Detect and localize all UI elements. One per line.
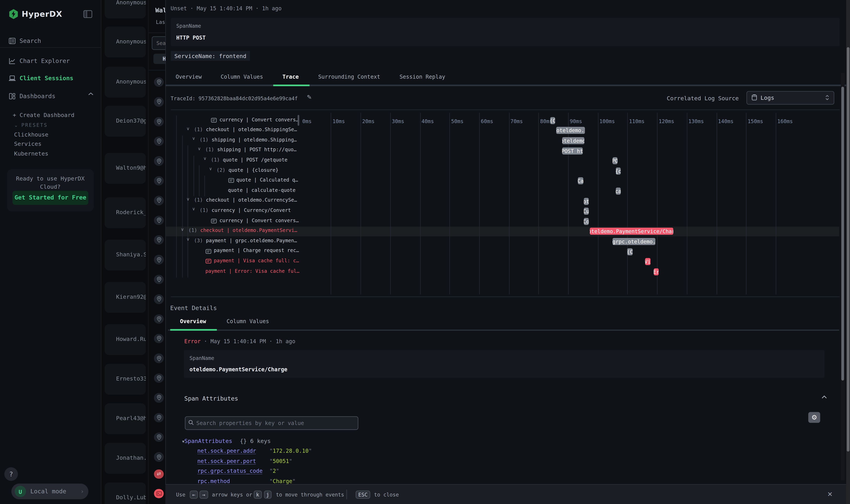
session-event-pin-icon[interactable] — [154, 413, 164, 422]
attribute-value[interactable]: "50051" — [269, 458, 292, 464]
session-list-item[interactable]: Anonymous — [105, 0, 146, 18]
trace-tree-row[interactable]: ∨(1)shipping | oteldemo.Shipping… — [166, 136, 300, 146]
trace-tree-row[interactable]: ∨(1)checkout | oteldemo.PaymentServi… — [166, 227, 300, 236]
session-list-item[interactable]: Pearl43@ho — [105, 403, 146, 434]
session-list-item[interactable]: Anonymous — [105, 26, 146, 57]
sidebar-item-client-sessions[interactable]: Client Sessions — [0, 71, 101, 85]
trace-tree-row[interactable]: ∨(1)currency | Currency/Convert — [166, 206, 300, 216]
event-tab-overview[interactable]: Overview — [180, 318, 206, 324]
preset-services[interactable]: Services — [14, 140, 115, 147]
preset-kubernetes[interactable]: Kubernetes — [14, 150, 115, 156]
span-duration-bar[interactable]: Er — [654, 268, 659, 275]
trace-tree-row[interactable]: currency | Convert convers… — [166, 216, 300, 227]
session-event-pin-icon[interactable] — [154, 97, 164, 107]
chevron-down-icon[interactable]: ∨ — [181, 227, 184, 232]
trace-tree-row[interactable]: payment | Visa cache full: c… — [166, 256, 300, 267]
collapse-section-icon[interactable] — [821, 395, 827, 399]
session-list-item[interactable]: Shaniya.So — [105, 239, 146, 270]
session-list-item[interactable]: Dolly.Lubo — [105, 482, 146, 504]
presets-toggle[interactable]: ⌄ PRESETS — [14, 121, 115, 128]
session-event-pin-icon[interactable] — [154, 314, 164, 324]
preset-clickhouse[interactable]: Clickhouse — [14, 131, 115, 138]
span-duration-bar[interactable]: {c — [616, 167, 620, 174]
attribute-key[interactable]: rpc.grpc.status_code — [197, 468, 263, 474]
session-event-pin-icon[interactable] — [154, 176, 164, 185]
attribute-key[interactable]: rpc.method — [197, 478, 230, 484]
help-button[interactable]: ? — [4, 467, 18, 481]
session-list-item[interactable]: Roderick_S — [105, 197, 146, 228]
sidebar-item-dashboards[interactable]: Dashboards — [0, 89, 101, 103]
session-list-item[interactable]: Deion37@gm — [105, 106, 146, 137]
session-list-item[interactable]: Kieran92@h — [105, 282, 146, 312]
attribute-value[interactable]: "172.28.0.10" — [269, 448, 312, 454]
span-duration-bar[interactable]: ot — [584, 198, 589, 204]
trace-tree-row[interactable]: ∨(3)payment | grpc.oteldemo.Paymen… — [166, 236, 300, 247]
service-name-chip[interactable]: ServiceName: frontend — [170, 51, 250, 60]
span-duration-bar[interactable]: Ca — [578, 178, 583, 184]
attributes-search-input[interactable] — [185, 416, 358, 430]
session-list-item[interactable]: Walton9@ho — [105, 152, 146, 183]
chevron-down-icon[interactable]: ∨ — [186, 237, 189, 242]
chevron-down-icon[interactable]: ∨ — [209, 166, 212, 171]
trace-tree-row[interactable]: ∨(1)quote | POST /getquote — [166, 156, 300, 166]
session-list-item[interactable]: Anonymous — [105, 67, 146, 97]
session-event-pin-icon[interactable] — [154, 117, 164, 126]
span-duration-bar[interactable]: (C — [550, 117, 555, 124]
chevron-down-icon[interactable]: ∨ — [186, 197, 189, 202]
session-event-pin-icon[interactable] — [154, 216, 164, 225]
span-duration-bar[interactable]: oteldemo — [562, 137, 584, 144]
session-event-pin-icon[interactable] — [154, 373, 164, 383]
trace-tree-row[interactable]: payment | Error: Visa cache ful… — [166, 267, 300, 277]
span-duration-bar[interactable]: POST ht — [562, 147, 583, 154]
tab-session-replay[interactable]: Session Replay — [400, 73, 445, 79]
trace-tree-row[interactable]: ∨(1)shipping | POST http://quo… — [166, 146, 300, 156]
chevron-down-icon[interactable]: ∨ — [186, 126, 189, 131]
attribute-value[interactable]: "2" — [269, 468, 279, 474]
session-event-pin-icon[interactable] — [154, 156, 164, 166]
tree-scrollbar-thumb[interactable] — [298, 115, 299, 126]
trace-tree-row[interactable]: payment | Charge request rec… — [166, 247, 300, 257]
attributes-settings-button[interactable]: ⚙ — [808, 412, 820, 422]
sidebar-collapse-icon[interactable] — [83, 9, 93, 19]
session-event-pin-icon[interactable] — [154, 393, 164, 403]
log-source-select[interactable]: Logs — [746, 91, 834, 105]
tab-column-values[interactable]: Column Values — [221, 73, 263, 79]
get-started-button[interactable]: Get Started for Free — [12, 191, 88, 204]
edit-trace-icon[interactable]: ✎ — [307, 94, 312, 101]
sidebar-item-chart-explorer[interactable]: Chart Explorer — [0, 54, 101, 68]
terminal-marker-icon[interactable] — [154, 489, 164, 499]
span-duration-bar[interactable]: oteldemo. — [556, 127, 585, 134]
attribute-key[interactable]: net.sock.peer.port — [197, 458, 256, 464]
tab-trace[interactable]: Trace — [282, 73, 299, 79]
session-list-item[interactable]: Ernesto33@ — [105, 363, 146, 394]
trace-tree-row[interactable]: ∨(2)quote | {closure} — [166, 166, 300, 176]
span-duration-bar[interactable]: Co — [584, 218, 589, 225]
trace-tree-row[interactable]: ∨(1)checkout | oteldemo.CurrencySe… — [166, 196, 300, 206]
sidebar-item-search[interactable]: Search — [0, 34, 101, 48]
attribute-value[interactable]: "Charge" — [269, 478, 295, 484]
span-duration-bar[interactable]: grpc.oteldemo. — [613, 238, 656, 245]
swap-marker-icon[interactable]: ⇄ — [154, 469, 164, 479]
session-event-pin-icon[interactable] — [154, 452, 164, 462]
session-event-pin-icon[interactable] — [154, 354, 164, 363]
close-icon[interactable]: ✕ — [827, 490, 833, 498]
span-duration-bar[interactable]: (C — [628, 248, 633, 255]
trace-tree-row[interactable]: currency | Convert convers… — [166, 115, 300, 126]
trace-tree-row[interactable]: quote | calculate-quote — [166, 186, 300, 196]
span-duration-bar[interactable]: PO — [612, 157, 618, 164]
attributes-root-row[interactable]: ▾SpanAttributes{} 6 keys — [182, 437, 271, 444]
window-scrollbar-thumb[interactable] — [847, 47, 849, 451]
session-event-pin-icon[interactable] — [154, 77, 164, 87]
trace-tree-row[interactable]: ∨(1)checkout | oteldemo.ShippingSe… — [166, 126, 300, 136]
session-event-pin-icon[interactable] — [154, 196, 164, 205]
attribute-key[interactable]: net.sock.peer.addr — [197, 448, 256, 454]
tab-surrounding-context[interactable]: Surrounding Context — [318, 73, 380, 79]
session-list-item[interactable]: Howard.Run — [105, 324, 146, 355]
create-dashboard-button[interactable]: + Create Dashboard — [13, 111, 114, 118]
session-event-pin-icon[interactable] — [154, 255, 164, 265]
account-chip[interactable]: U Local mode › — [11, 484, 88, 499]
chevron-down-icon[interactable]: ∨ — [192, 136, 195, 141]
session-event-pin-icon[interactable] — [154, 275, 164, 284]
session-list-item[interactable]: Jonathan.B — [105, 443, 146, 473]
chevron-down-icon[interactable]: ∨ — [203, 156, 206, 161]
